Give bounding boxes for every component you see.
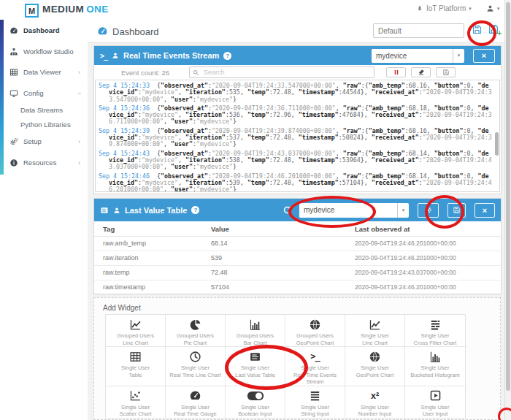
lvt-save-button[interactable] (447, 203, 466, 218)
save-dashboard-button[interactable] (472, 24, 483, 35)
lvt-device-select[interactable]: ▾ (299, 203, 409, 218)
rtes-close-button[interactable]: × (473, 49, 495, 63)
terminal-icon: >_ (310, 351, 319, 362)
string-input-icon (309, 389, 321, 402)
widget-cell-single-user-last-value-table[interactable]: Single UserLast Value Table (226, 347, 285, 386)
toggle-icon (247, 391, 264, 401)
widget-group-label: Single User (181, 364, 210, 372)
log-entry: Sep 4 15:24:46 {"observed_at":"2020-09-0… (99, 173, 492, 192)
widget-group-label: Single User (121, 364, 150, 372)
last-value-table-icon (100, 206, 109, 215)
search-input[interactable] (202, 68, 371, 77)
widget-cell-single-user-line-chart[interactable]: Single UserLine Chart (345, 315, 405, 347)
widget-cell-single-user-real-time-events-stream[interactable]: >_Single UserReal Time Events Stream (285, 347, 345, 386)
rtes-toolbar: Event count: 26 (94, 65, 501, 80)
table-row: raw.timestamp571042020-09-04T19:24:46.20… (94, 280, 501, 295)
monitor-icon (9, 89, 18, 98)
widget-cell-grouped-users-line-chart[interactable]: Grouped UsersLine Chart (106, 315, 166, 347)
page-scrollbar[interactable] (504, 0, 511, 420)
app-window: M MEDIUMONE IoT Platform ▾ ▾ DashboardWo… (0, 0, 511, 420)
widget-cell-single-user-number-input[interactable]: x²Single UserNumber Input (345, 386, 405, 419)
event-count-label: Event count: 26 (101, 69, 189, 77)
sidebar-item-config[interactable]: Config› (0, 88, 88, 99)
table-header-row: Tag Value Last observed at (94, 221, 501, 237)
widget-cell-single-user-string-input[interactable]: Single UserString Input (285, 386, 345, 419)
widget-group-label: Single User (121, 404, 150, 411)
gears-icon (9, 137, 18, 146)
chevron-down-icon[interactable]: ▾ (453, 49, 464, 63)
widget-cell-single-user-table[interactable]: Single UserTable (106, 347, 166, 386)
sidebar-item-setup[interactable]: Setup› (0, 136, 88, 147)
widget-type-label: String Input (301, 411, 328, 418)
widget-cell-grouped-users-geopoint-chart[interactable]: Grouped UsersGeoPoint Chart (285, 315, 345, 347)
sidebar-item-dashboard[interactable]: Dashboard (0, 25, 88, 36)
cell-tag: raw.iteration (103, 254, 139, 261)
refresh-icon[interactable] (283, 205, 292, 215)
lvt-device-input[interactable] (299, 203, 397, 218)
column-header-tag: Tag (103, 225, 115, 233)
rtes-title: Real Time Events Stream (123, 51, 219, 60)
cell-tag: raw.amb_temp (103, 240, 146, 247)
sidebar-item-data-streams[interactable]: Data Streams (0, 104, 88, 115)
sidebar-item-data-viewer[interactable]: Data Viewer› (0, 66, 88, 77)
widget-cell-single-user-boolean-input[interactable]: Single UserBoolean Input (226, 386, 285, 419)
sidebar-item-python-libraries[interactable]: Python Libraries (0, 119, 88, 130)
widget-cell-grouped-users-bar-chart[interactable]: Grouped UsersBar Chart (226, 315, 285, 347)
widget-type-label: Real Time Gauge (174, 411, 216, 418)
rtes-device-input[interactable] (372, 49, 453, 63)
dashboard-name-input[interactable] (373, 23, 464, 38)
widget-grid: Grouped UsersLine ChartGrouped UsersPie … (105, 314, 466, 419)
search-box[interactable] (189, 66, 374, 78)
widget-cell-single-user-cross-filter-chart[interactable]: Single UserCross Filter Chart (405, 315, 465, 347)
widget-cell-single-user-user-input[interactable]: Single UserUser Input (405, 386, 465, 419)
platform-menu[interactable]: IoT Platform ▾ (416, 4, 472, 12)
real-time-events-stream-widget: >_ Real Time Events Stream ? ▾ × Event c… (93, 45, 502, 194)
terminal-icon: >_ (100, 52, 107, 60)
help-icon[interactable]: ? (223, 52, 231, 60)
widget-type-label: Real Time Line Chart (169, 372, 220, 379)
column-header-value: Value (211, 225, 229, 233)
widget-cell-single-user-geopoint-chart[interactable]: Single UserGeoPoint Chart (345, 347, 405, 386)
widget-cell-single-user-real-time-line-chart[interactable]: Single UserReal Time Line Chart (166, 347, 226, 386)
widget-type-label: Last Value Table (235, 372, 275, 379)
add-widget-panel: Add Widget Grouped UsersLine ChartGroupe… (93, 297, 501, 420)
widget-group-label: Single User (421, 404, 450, 411)
widget-type-label: Number Input (358, 411, 391, 418)
scatter-chart-icon (129, 389, 142, 402)
top-bar: M MEDIUMONE IoT Platform ▾ ▾ (0, 0, 511, 20)
number-input-icon: x² (371, 391, 379, 401)
table-row: raw.iteration5392020-09-04T19:24:46.2010… (94, 251, 501, 266)
widget-group-label: Single User (421, 332, 450, 340)
brand-wordmark: MEDIUMONE (42, 4, 109, 15)
log-entry: Sep 4 15:24:36 {"observed_at":"2020-09-0… (99, 105, 492, 126)
add-dashboard-button[interactable]: + (488, 23, 499, 35)
widget-cell-single-user-real-time-gauge[interactable]: Single UserReal Time Gauge (166, 386, 226, 419)
rtes-device-select[interactable]: ▾ (372, 49, 464, 63)
page-title: Dashboard (112, 26, 159, 37)
widget-type-label: Bucketed Histogram (410, 372, 460, 379)
widget-cell-single-user-bucketed-histogram[interactable]: Single UserBucketed Histogram (405, 347, 465, 386)
pause-stream-button[interactable] (386, 67, 406, 77)
widget-type-label: GeoPoint Chart (356, 372, 394, 379)
export-stream-button[interactable] (436, 67, 456, 77)
user-menu[interactable]: ▾ (486, 4, 500, 12)
lvt-settings-button[interactable] (418, 203, 439, 218)
rtes-header: >_ Real Time Events Stream ? ▾ × (94, 46, 501, 65)
widget-cell-single-user-scatter-chart[interactable]: Single UserScatter Chart (106, 386, 166, 419)
log-scrollbar-thumb[interactable] (495, 132, 499, 156)
clear-stream-button[interactable] (411, 67, 431, 77)
lvt-close-button[interactable]: × (474, 203, 495, 218)
cross-filter-icon (429, 318, 442, 331)
widget-type-label: Line Chart (362, 340, 388, 347)
sidebar-item-workflow-studio[interactable]: Workflow Studio (0, 46, 88, 57)
widget-group-label: Single User (241, 364, 269, 372)
widget-cell-grouped-users-pie-chart[interactable]: Grouped UsersPie Chart (166, 315, 226, 347)
sidebar: DashboardWorkflow StudioData Viewer›Conf… (0, 20, 88, 420)
chevron-down-icon: › (76, 92, 83, 94)
sidebar-item-resources[interactable]: Resources› (0, 157, 88, 168)
sidebar-item-label: Workflow Studio (23, 47, 73, 56)
chevron-down-icon[interactable]: ▾ (397, 203, 409, 218)
help-icon[interactable]: ? (191, 206, 199, 214)
events-log[interactable]: Sep 4 15:24:33 {"observed_at":"2020-09-0… (95, 80, 500, 192)
page-scrollbar-thumb[interactable] (506, 2, 510, 391)
